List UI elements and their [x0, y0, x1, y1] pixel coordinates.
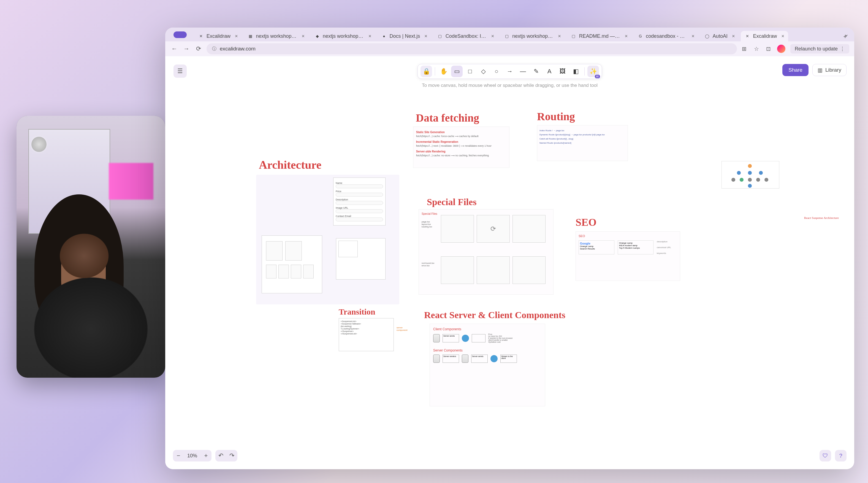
tab-label: Docs | Next.js	[390, 33, 420, 39]
tab-close-button[interactable]: ×	[781, 33, 784, 39]
tab-label: CodeSandbox: Inst	[445, 33, 487, 39]
browser-tab[interactable]: Gcodesandbox - Goo×	[634, 31, 699, 41]
tab-search-pill[interactable]	[174, 31, 187, 38]
tab-favicon: ◯	[705, 33, 710, 39]
tab-favicon: ✕	[198, 33, 204, 39]
browser-tab[interactable]: ▢nextjs workshop – C×	[500, 31, 565, 41]
seo-section[interactable]: SEO SEO Google Orange Lamp Search Result…	[576, 216, 596, 228]
help-button[interactable]: ?	[835, 450, 846, 461]
tab-close-button[interactable]: ×	[368, 33, 371, 39]
redo-button[interactable]: ↷	[226, 450, 237, 461]
routing-section[interactable]: Routing Index Route / → page.tsxDynamic …	[537, 110, 575, 123]
tab-close-button[interactable]: ×	[235, 33, 238, 39]
tabs-menu-button[interactable]: ⌄	[844, 31, 849, 37]
form-label: Price	[336, 190, 383, 193]
architecture-title: Architecture	[259, 158, 321, 171]
tab-label: nextjs workshop – F	[256, 33, 298, 39]
tree-diagram[interactable]	[721, 161, 779, 189]
browser-tab[interactable]: ✕Excalidraw×	[194, 31, 242, 41]
browser-tab[interactable]: ●Docs | Next.js×	[377, 31, 431, 41]
tab-favicon: ●	[381, 33, 387, 39]
form-input-mock	[336, 184, 383, 188]
tab-close-button[interactable]: ×	[491, 33, 494, 39]
tab-favicon: ▢	[571, 33, 577, 39]
rsc-section[interactable]: React Server & Client Components Client …	[424, 310, 565, 320]
seo-title: SEO	[576, 216, 596, 228]
undo-redo-control: ↶ ↷	[215, 450, 237, 461]
webcam-background	[17, 116, 165, 378]
special-files-box: Special Files ⟳ page.tsx layout.tsx load…	[418, 209, 554, 295]
bottom-right-controls: 🛡 ?	[819, 450, 846, 461]
code-line: <Loading/Spinner>	[341, 328, 392, 330]
relaunch-button[interactable]: Relaunch to update ⋮	[790, 44, 849, 54]
tab-favicon: ▦	[248, 33, 253, 39]
tab-favicon: ◆	[314, 33, 320, 39]
routing-box: Index Route / → page.tsxDynamic Route /[…	[537, 125, 628, 161]
code-line: <SuspenseList>	[341, 320, 392, 322]
browser-tab[interactable]: ◆nextjs workshop – F×	[311, 31, 375, 41]
tab-close-button[interactable]: ×	[424, 33, 427, 39]
rsc-box: Client Components Server sends Pros no n…	[430, 324, 545, 406]
extensions-icon[interactable]: ⊡	[765, 45, 772, 52]
form-input-mock	[336, 218, 383, 221]
tab-label: Excalidraw	[753, 33, 777, 39]
form-label: Image URL	[336, 206, 383, 209]
browser-tab[interactable]: ✕Excalidraw×	[741, 31, 788, 41]
data-fetching-title: Data fetching	[416, 111, 479, 124]
code-line: <Suspense fallback>	[341, 322, 392, 325]
bookmark-icon[interactable]: ☆	[753, 45, 760, 52]
architecture-section[interactable]: Architecture NamePriceDescriptionImage U…	[259, 158, 321, 171]
data-fetching-section[interactable]: Data fetching Static Site Generation fet…	[416, 111, 479, 124]
seo-box: SEO Google Orange Lamp Search Results Or…	[576, 231, 680, 281]
site-info-icon[interactable]: ⓘ	[212, 46, 216, 52]
form-label: Name	[336, 182, 383, 184]
transition-box: <SuspenseList><Suspense fallback>{isLoad…	[339, 318, 394, 351]
react-suspense-label[interactable]: React Suspense Architecture	[804, 216, 851, 247]
tab-close-button[interactable]: ×	[558, 33, 561, 39]
tab-favicon: ▢	[504, 33, 509, 39]
architecture-detail-mock	[336, 238, 385, 280]
zoom-in-button[interactable]: +	[200, 450, 212, 461]
transition-section[interactable]: Transition <SuspenseList><Suspense fallb…	[339, 307, 375, 316]
special-files-section[interactable]: Special Files Special Files ⟳ page.tsx l…	[427, 197, 476, 207]
tab-close-button[interactable]: ×	[302, 33, 305, 39]
shield-icon[interactable]: 🛡	[819, 450, 831, 461]
tab-label: nextjs workshop – C	[512, 33, 554, 39]
zoom-value[interactable]: 10%	[184, 453, 200, 459]
url-text: excalidraw.com	[220, 46, 255, 52]
tab-close-button[interactable]: ×	[625, 33, 628, 39]
browser-window: ✕Excalidraw×▦nextjs workshop – F×◆nextjs…	[165, 28, 854, 469]
browser-tab[interactable]: ▢CodeSandbox: Inst×	[433, 31, 498, 41]
db-icon	[433, 334, 440, 342]
globe-icon	[491, 355, 498, 362]
app-canvas[interactable]: ☰ 🔒 ✋ ▭ □ ◇ ○ → — ✎ A 🖼 ◧ ✨AI To move ca…	[165, 56, 854, 469]
browser-tab[interactable]: ▢README.md — san×	[567, 31, 632, 41]
undo-button[interactable]: ↶	[215, 450, 226, 461]
routing-row: Named Route /products/[named]	[539, 142, 625, 144]
relaunch-menu-icon: ⋮	[840, 46, 845, 52]
zoom-out-button[interactable]: −	[173, 450, 184, 461]
tab-label: README.md — san	[579, 33, 620, 39]
browser-tab[interactable]: ◯AutoAI×	[701, 31, 739, 41]
routing-row: Catch-all Routes /[product]/[...slug]	[539, 138, 625, 140]
tab-favicon: G	[638, 33, 643, 39]
reload-button[interactable]: ⟳	[194, 45, 203, 53]
tab-close-button[interactable]: ×	[732, 33, 735, 39]
architecture-grid-mock	[261, 235, 322, 293]
data-fetching-box: Static Site Generation fetch(https://...…	[413, 126, 509, 168]
browser-tab[interactable]: ▦nextjs workshop – F×	[244, 31, 309, 41]
tab-label: nextjs workshop – F	[323, 33, 364, 39]
back-button[interactable]: ←	[170, 45, 179, 53]
forward-button[interactable]: →	[182, 45, 191, 53]
routing-row: Index Route / → page.tsx	[539, 129, 625, 132]
address-field[interactable]: ⓘ excalidraw.com	[207, 43, 737, 54]
tab-close-button[interactable]: ×	[691, 33, 694, 39]
profile-avatar[interactable]	[777, 45, 785, 53]
responsive-viewer-icon[interactable]: ⊞	[741, 45, 748, 52]
zoom-control: − 10% +	[173, 450, 212, 461]
disco-ball	[31, 137, 46, 152]
canvas-drawings[interactable]: Architecture NamePriceDescriptionImage U…	[165, 56, 854, 469]
tab-favicon: ▢	[437, 33, 443, 39]
code-line: {isLoading}	[341, 325, 392, 328]
person-silhouette	[24, 215, 158, 378]
